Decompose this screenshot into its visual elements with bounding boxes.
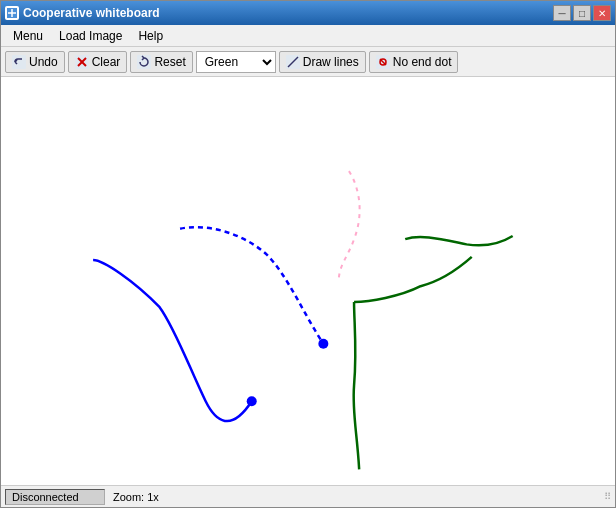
menu-item-help[interactable]: Help xyxy=(130,27,171,45)
canvas-area[interactable] xyxy=(1,77,615,485)
no-end-dot-icon xyxy=(376,55,390,69)
reset-label: Reset xyxy=(154,55,185,69)
window-title: Cooperative whiteboard xyxy=(23,6,160,20)
zoom-status: Zoom: 1x xyxy=(105,490,167,504)
undo-icon xyxy=(12,55,26,69)
clear-button[interactable]: Clear xyxy=(68,51,128,73)
close-button[interactable]: ✕ xyxy=(593,5,611,21)
draw-lines-button[interactable]: Draw lines xyxy=(279,51,366,73)
svg-rect-3 xyxy=(12,55,26,69)
undo-label: Undo xyxy=(29,55,58,69)
undo-button[interactable]: Undo xyxy=(5,51,65,73)
title-buttons: ─ □ ✕ xyxy=(553,5,611,21)
draw-lines-icon xyxy=(286,55,300,69)
connection-status: Disconnected xyxy=(5,489,105,505)
menu-item-load-image[interactable]: Load Image xyxy=(51,27,130,45)
resize-grip: ⠿ xyxy=(604,491,611,502)
reset-icon xyxy=(137,55,151,69)
title-bar-left: Cooperative whiteboard xyxy=(5,6,160,20)
status-bar: Disconnected Zoom: 1x ⠿ xyxy=(1,485,615,507)
reset-button[interactable]: Reset xyxy=(130,51,192,73)
no-end-dot-button[interactable]: No end dot xyxy=(369,51,459,73)
minimize-button[interactable]: ─ xyxy=(553,5,571,21)
color-selector[interactable]: Green Blue Red Black Pink xyxy=(196,51,276,73)
maximize-button[interactable]: □ xyxy=(573,5,591,21)
toolbar: Undo Clear Reset Green xyxy=(1,47,615,77)
drawing-canvas[interactable] xyxy=(1,77,615,485)
clear-label: Clear xyxy=(92,55,121,69)
title-bar: Cooperative whiteboard ─ □ ✕ xyxy=(1,1,615,25)
draw-lines-label: Draw lines xyxy=(303,55,359,69)
menu-item-menu[interactable]: Menu xyxy=(5,27,51,45)
no-end-dot-label: No end dot xyxy=(393,55,452,69)
clear-icon xyxy=(75,55,89,69)
app-icon xyxy=(5,6,19,20)
menu-bar: Menu Load Image Help xyxy=(1,25,615,47)
main-window: Cooperative whiteboard ─ □ ✕ Menu Load I… xyxy=(0,0,616,508)
